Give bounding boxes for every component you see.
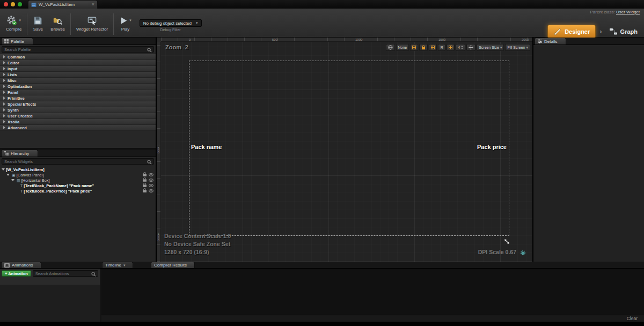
browse-button[interactable]: Browse [47, 13, 69, 33]
palette-category-primitive[interactable]: Primitive [0, 95, 156, 101]
expand-arrow-icon [3, 126, 5, 129]
asset-tab[interactable]: W_VcPackListItem × [28, 0, 98, 9]
close-window-button[interactable] [4, 2, 8, 6]
hierarchy-row-label: [TextBlock_PackPrice] "Pack price" [24, 189, 92, 194]
collapse-arrow-icon[interactable] [2, 168, 5, 171]
hierarchy-row[interactable]: T[TextBlock_PackPrice] "Pack price" [0, 188, 156, 194]
maximize-window-button[interactable] [18, 2, 22, 6]
compile-button[interactable]: ▾ Compile [2, 13, 25, 33]
hierarchy-row[interactable]: ▥[Horizontal Box] [0, 177, 156, 183]
lock-icon[interactable] [143, 177, 147, 183]
pack-price-textblock[interactable]: Pack price [477, 144, 507, 150]
hierarchy-search-input[interactable] [4, 159, 146, 164]
toolbar-separator [113, 13, 114, 35]
tab-details[interactable]: Details [535, 38, 566, 45]
collapse-arrow-icon[interactable] [11, 179, 14, 181]
tab-compiler-results[interactable]: Compiler Results [151, 262, 195, 268]
palette-category-label: Advanced [8, 125, 27, 130]
palette-category-synth[interactable]: Synth [0, 107, 156, 113]
text-block-icon: T [20, 189, 23, 193]
debug-object-dropdown[interactable]: No debug object selected ▾ [140, 19, 202, 27]
parent-class-link[interactable]: User Widget [616, 10, 640, 14]
search-icon [147, 160, 152, 165]
tab-animations[interactable]: Animations [1, 262, 41, 268]
compile-options-arrow-icon[interactable]: ▾ [19, 18, 21, 23]
expand-arrow-icon [3, 61, 5, 64]
scale-snap-button[interactable] [447, 44, 455, 51]
fill-screen-dropdown[interactable]: Fill Screen ▾ [505, 44, 530, 51]
eye-icon[interactable] [149, 189, 153, 194]
expand-arrow-icon [3, 108, 5, 112]
chevron-right-icon: › [599, 27, 602, 35]
tab-palette[interactable]: Palette [1, 38, 33, 45]
save-button[interactable]: Save [29, 13, 47, 33]
transform-mode-button[interactable] [466, 44, 475, 51]
play-button[interactable]: ▾ Play [115, 13, 135, 33]
palette-category-panel[interactable]: Panel [0, 90, 156, 95]
palette-category-input[interactable]: Input [0, 66, 156, 72]
designer-viewport[interactable]: 0500100015002000 5001000 Zoom -2 None R [157, 38, 532, 262]
hierarchy-row[interactable]: [W_VcPackListItem] [0, 167, 156, 172]
palette-category-advanced[interactable]: Advanced [0, 125, 156, 131]
compiler-results-footer: Clear [101, 315, 644, 322]
widget-canvas-outline[interactable] [189, 61, 509, 236]
animations-search[interactable] [33, 270, 98, 277]
details-panel: Details [533, 38, 644, 262]
translation-snap-button[interactable] [429, 44, 437, 51]
palette-category-special-effects[interactable]: Special Effects [0, 101, 156, 107]
palette-category-list: CommonEditorInputListsMiscOptimizationPa… [0, 54, 156, 131]
hierarchy-row[interactable]: T[TextBlock_PackName] "Pack name" [0, 183, 156, 188]
palette-search[interactable] [2, 46, 154, 53]
palette-category-misc[interactable]: Misc [0, 78, 156, 84]
expand-arrow-icon [3, 67, 5, 70]
browse-folder-search-icon [53, 16, 63, 26]
ruler-top: 0500100015002000 [161, 38, 532, 42]
play-options-arrow-icon[interactable]: ▾ [129, 18, 131, 23]
stepper-arrows-icon[interactable] [461, 46, 463, 49]
minimize-window-button[interactable] [11, 2, 15, 6]
palette-category-xsolla[interactable]: Xsolla [0, 119, 156, 125]
hierarchy-search[interactable] [2, 158, 154, 165]
tab-hierarchy[interactable]: Hierarchy [1, 150, 38, 157]
designer-mode-button[interactable]: Designer [547, 25, 596, 38]
collapse-arrow-icon[interactable] [6, 174, 10, 176]
add-animation-button[interactable]: + Animation [2, 270, 31, 277]
paintbrush-icon [553, 27, 561, 35]
palette-search-input[interactable] [4, 47, 146, 52]
widget-reflector-button[interactable]: Widget Reflector [72, 13, 112, 33]
save-floppy-icon [33, 16, 43, 26]
lock-aspect-button[interactable] [419, 44, 428, 51]
graph-mode-button[interactable]: Graph [606, 25, 641, 38]
flow-direction-button[interactable] [386, 44, 395, 51]
palette-category-common[interactable]: Common [0, 54, 156, 60]
unreal-umg-editor-window: W_VcPackListItem × Parent class: User Wi… [0, 0, 644, 326]
localization-preview-dropdown[interactable]: None [396, 44, 409, 51]
pack-name-textblock[interactable]: Pack name [191, 144, 222, 150]
eye-icon[interactable] [149, 173, 153, 177]
rotation-snap-button[interactable]: R [438, 44, 445, 51]
grid-snap-button[interactable] [410, 44, 418, 51]
dpi-settings-gear-icon[interactable] [520, 248, 526, 258]
animations-search-input[interactable] [35, 271, 90, 276]
canvas-resize-handle-icon[interactable] [503, 238, 510, 247]
eye-icon[interactable] [149, 183, 153, 188]
close-tab-icon[interactable]: × [92, 2, 94, 7]
eye-icon[interactable] [149, 178, 153, 183]
palette-icon [4, 39, 9, 43]
palette-category-user-created[interactable]: User Created [0, 113, 156, 119]
palette-category-editor[interactable]: Editor [0, 60, 156, 66]
lock-icon[interactable] [143, 183, 147, 188]
expand-arrow-icon [3, 79, 5, 82]
clear-log-button[interactable]: Clear [627, 316, 638, 321]
lock-icon[interactable] [143, 172, 147, 177]
palette-category-label: Misc [8, 78, 17, 83]
screen-size-dropdown[interactable]: Screen Size ▾ [477, 44, 504, 51]
hierarchy-row[interactable]: ▣[Canvas Panel] [0, 172, 156, 177]
grid-size-stepper[interactable]: 4 [456, 44, 465, 51]
palette-category-optimization[interactable]: Optimization [0, 84, 156, 90]
details-tabstrip: Details [533, 38, 644, 45]
tab-timeline[interactable]: Timeline ▾ [102, 262, 133, 268]
expand-arrow-icon [3, 102, 5, 106]
lock-icon[interactable] [143, 188, 147, 194]
palette-category-lists[interactable]: Lists [0, 72, 156, 78]
